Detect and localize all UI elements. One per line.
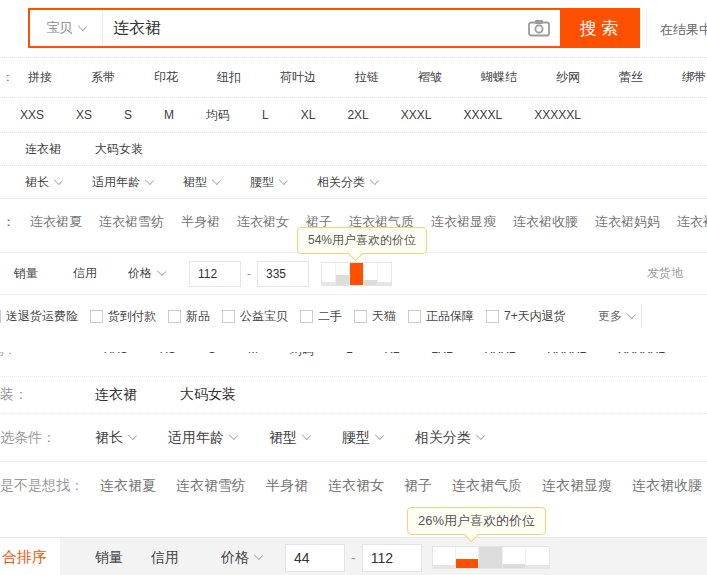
checkbox[interactable] [408,310,421,323]
size-tag[interactable]: 2XL [431,352,452,359]
dropdown-filter[interactable]: 腰型 [250,174,287,191]
histogram-cell[interactable] [336,263,350,285]
price-histogram[interactable] [432,546,550,569]
style-tag[interactable]: 印花 [154,69,178,86]
size-tag[interactable]: XL [385,352,400,359]
style-tag[interactable]: 蕾丝 [619,69,643,86]
size-tag[interactable]: S [208,352,216,359]
dropdown-filter[interactable]: 适用年龄 [92,174,153,191]
service-filter-option[interactable]: 7+天内退货 [486,308,566,325]
search-button[interactable]: 搜 索 [560,10,638,46]
related-search-link[interactable]: 连衣裙妈妈 [595,213,660,231]
dropdown-filter[interactable]: 裙型 [269,429,310,447]
checkbox[interactable] [90,310,103,323]
ship-from-filter[interactable]: 发货地 [647,265,683,282]
related-search-link[interactable]: 连衣裙收腰 [632,477,702,495]
service-filter-option[interactable]: 货到付款 [90,308,156,325]
related-search-link[interactable]: 连衣裙女 [328,477,384,495]
related-search-link[interactable]: 连衣裙夏 [100,477,156,495]
histogram-cell[interactable] [433,547,456,568]
checkbox[interactable] [168,310,181,323]
dropdown-filter[interactable]: 相关分类 [415,429,484,447]
related-search-link[interactable]: 连衣裙女 [237,213,289,231]
sort-credit-link[interactable]: 信用 [73,265,97,282]
histogram-cell[interactable] [526,547,548,568]
sort-price-dropdown[interactable]: 价格 [128,265,165,282]
size-tag[interactable]: L [262,108,269,122]
histogram-cell[interactable] [322,263,336,285]
size-tag[interactable]: XXXXXL [534,108,581,122]
style-tag[interactable]: 纱网 [556,69,580,86]
search-category-dropdown[interactable]: 宝贝 [30,10,103,46]
style-tag[interactable]: 拼接 [28,69,52,86]
size-tag[interactable]: XS [76,108,92,122]
checkbox[interactable] [486,310,499,323]
histogram-cell[interactable] [456,547,479,568]
style-tag[interactable]: 蝴蝶结 [481,69,517,86]
dropdown-filter[interactable]: 裙长 [95,429,136,447]
service-filter-option[interactable]: 天猫 [354,308,396,325]
checkbox[interactable] [300,310,313,323]
search-input[interactable] [103,10,518,46]
checkbox[interactable] [354,310,367,323]
related-search-link[interactable]: 裙子 [404,477,432,495]
related-search-link[interactable]: 半身裙 [266,477,308,495]
histogram-cell[interactable] [364,263,378,285]
size-tag[interactable]: XXS [20,108,44,122]
histogram-cell[interactable] [378,263,391,285]
related-search-link[interactable]: 连衣裙气质 [452,477,522,495]
related-search-link[interactable]: 连衣裙雪纺 [99,213,164,231]
size-tag[interactable]: XXXXXL [618,352,665,359]
dropdown-filter[interactable]: 裙型 [183,174,220,191]
style-tag[interactable]: 绑带 [682,69,706,86]
search-in-results-link[interactable]: 在结果中 [660,21,707,39]
dropdown-filter[interactable]: 相关分类 [317,174,378,191]
style-tag[interactable]: 系带 [91,69,115,86]
related-search-link[interactable]: 连衣裙显瘦 [542,477,612,495]
histogram-cell[interactable] [350,263,364,285]
price-max-input[interactable] [362,544,422,572]
size-tag[interactable]: XXXXL [547,352,586,359]
related-search-link[interactable]: 连衣裙收腰 [513,213,578,231]
size-tag[interactable]: XS [160,352,176,359]
sort-price-dropdown[interactable]: 价格 [221,549,262,567]
size-tag[interactable]: 均码 [206,107,230,124]
size-tag[interactable]: S [124,108,132,122]
category-tag[interactable]: 大码女装 [95,141,143,158]
image-search-button[interactable] [518,10,560,46]
price-min-input[interactable] [285,544,345,572]
service-filter-option[interactable]: 公益宝贝 [222,308,288,325]
checkbox[interactable] [222,310,235,323]
more-filters-dropdown[interactable]: 更多 [598,295,635,337]
size-tag[interactable]: M [164,108,174,122]
size-tag[interactable]: 2XL [347,108,368,122]
service-filter-option[interactable]: 新品 [168,308,210,325]
service-filter-option[interactable]: 正品保障 [408,308,474,325]
sort-sales-link[interactable]: 销量 [14,265,38,282]
price-min-input[interactable] [189,261,241,287]
sort-sales-link[interactable]: 销量 [95,549,123,567]
related-search-link[interactable]: 连衣裙显瘦 [431,213,496,231]
dropdown-filter[interactable]: 腰型 [342,429,383,447]
related-search-link[interactable]: 连衣裙夏 [30,213,82,231]
dropdown-filter[interactable]: 适用年龄 [168,429,237,447]
sort-credit-link[interactable]: 信用 [151,549,179,567]
related-search-link[interactable]: 半身裙 [181,213,220,231]
size-tag[interactable]: 均码 [290,352,314,359]
size-tag[interactable]: XL [301,108,316,122]
style-tag[interactable]: 纽扣 [217,69,241,86]
size-tag[interactable]: L [346,352,353,359]
category-tag[interactable]: 连衣裙 [25,141,61,158]
style-tag[interactable]: 拉链 [355,69,379,86]
histogram-cell[interactable] [479,547,502,568]
size-tag[interactable]: M [248,352,258,359]
style-tag[interactable]: 褶皱 [418,69,442,86]
dropdown-filter[interactable]: 裙长 [25,174,62,191]
category-tag[interactable]: 大码女装 [180,386,236,404]
sort-tab-selected[interactable]: 合排序 [0,538,60,575]
service-filter-option[interactable]: 二手 [300,308,342,325]
service-filter-option[interactable]: 送退货运费险 [0,308,78,325]
histogram-cell[interactable] [503,547,526,568]
related-search-link[interactable]: 连衣裙雪纺 [176,477,246,495]
size-tag[interactable]: XXS [104,352,128,359]
